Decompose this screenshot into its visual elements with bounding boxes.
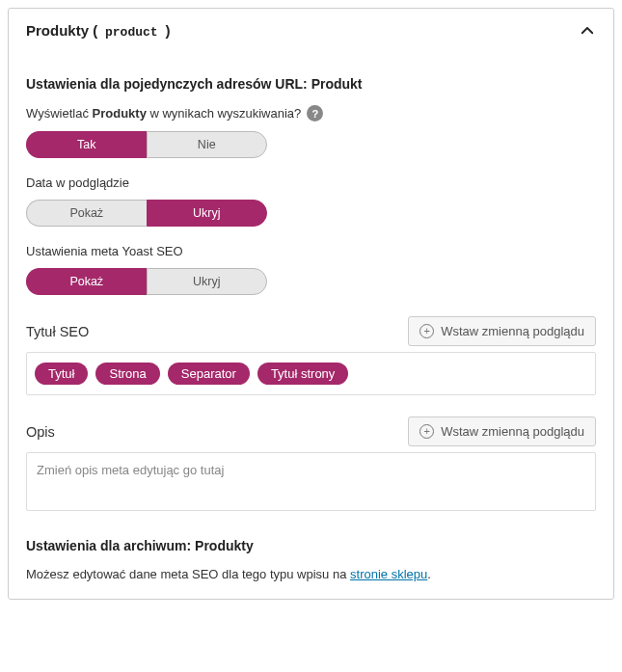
date-preview-toggle: Pokaż Ukryj <box>26 200 267 227</box>
seo-title-tag[interactable]: Strona <box>95 363 159 385</box>
archive-heading: Ustawienia dla archiwum: Produkty <box>26 538 596 553</box>
date-preview-hide[interactable]: Ukryj <box>147 200 268 227</box>
description-placeholder: Zmień opis meta edytując go tutaj <box>37 463 224 477</box>
show-in-search-field: Wyświetlać Produkty w wynikach wyszukiwa… <box>26 105 596 158</box>
description-row: Opis + Wstaw zmienną podglądu <box>26 417 596 446</box>
panel-body: Ustawienia dla pojedynczych adresów URL:… <box>9 53 613 599</box>
single-url-heading: Ustawienia dla pojedynczych adresów URL:… <box>26 76 596 92</box>
description-label: Opis <box>26 424 55 440</box>
archive-text: Możesz edytować dane meta SEO dla tego t… <box>26 567 596 581</box>
yoast-meta-label: Ustawienia meta Yoast SEO <box>26 244 596 258</box>
date-preview-label: Data w podglądzie <box>26 175 596 190</box>
yoast-meta-show[interactable]: Pokaż <box>26 268 147 295</box>
yoast-meta-field: Ustawienia meta Yoast SEO Pokaż Ukryj <box>26 244 596 295</box>
seo-title-label: Tytuł SEO <box>26 324 89 339</box>
yoast-meta-hide[interactable]: Ukryj <box>147 268 268 295</box>
title-prefix: Produkty ( <box>26 22 97 39</box>
show-in-search-yes[interactable]: Tak <box>26 131 147 158</box>
seo-title-input[interactable]: Tytuł Strona Separator Tytuł strony <box>26 352 596 395</box>
insert-variable-button-title[interactable]: + Wstaw zmienną podglądu <box>408 316 596 346</box>
seo-title-tag[interactable]: Tytuł <box>35 363 88 385</box>
chevron-up-icon[interactable] <box>579 22 596 40</box>
plus-circle-icon: + <box>419 424 434 439</box>
seo-title-tag[interactable]: Tytuł strony <box>257 363 348 385</box>
help-icon[interactable]: ? <box>307 105 323 121</box>
yoast-meta-toggle: Pokaż Ukryj <box>26 268 267 295</box>
post-type-slug: product <box>97 25 165 40</box>
date-preview-show[interactable]: Pokaż <box>26 200 147 227</box>
product-settings-panel: Produkty ( product ) Ustawienia dla poje… <box>8 8 614 600</box>
plus-circle-icon: + <box>419 324 434 338</box>
shop-page-link[interactable]: stronie sklepu <box>350 567 427 581</box>
description-input[interactable]: Zmień opis meta edytując go tutaj <box>26 452 596 511</box>
date-preview-field: Data w podglądzie Pokaż Ukryj <box>26 175 596 227</box>
panel-title: Produkty ( product ) <box>26 22 170 40</box>
seo-title-row: Tytuł SEO + Wstaw zmienną podglądu <box>26 316 596 346</box>
show-in-search-label: Wyświetlać Produkty w wynikach wyszukiwa… <box>26 105 596 121</box>
show-in-search-no[interactable]: Nie <box>147 131 268 158</box>
seo-title-tag[interactable]: Separator <box>168 363 250 385</box>
insert-variable-button-desc[interactable]: + Wstaw zmienną podglądu <box>408 417 596 446</box>
title-suffix: ) <box>165 22 170 39</box>
show-in-search-toggle: Tak Nie <box>26 131 267 158</box>
panel-header[interactable]: Produkty ( product ) <box>9 9 613 53</box>
